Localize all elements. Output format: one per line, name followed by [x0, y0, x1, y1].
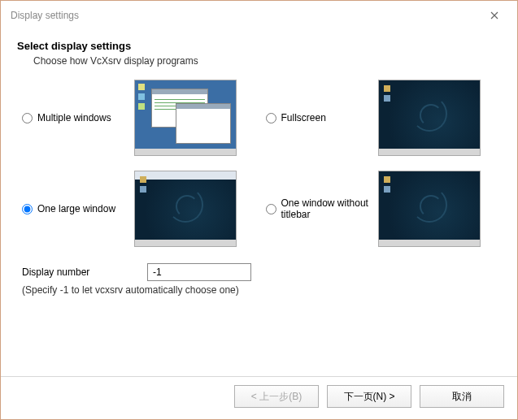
display-number-hint: (Specify -1 to let vcxsrv automatically … — [22, 284, 501, 296]
wizard-footer: < 上一步(B) 下一页(N) > 取消 — [1, 376, 517, 419]
close-icon — [490, 11, 498, 19]
display-number-input[interactable] — [147, 263, 251, 281]
radio-label-fullscreen: Fullscreen — [281, 112, 326, 123]
thumb-multiple-windows — [134, 80, 237, 156]
page-subheading: Choose how VcXsrv display programs — [33, 55, 501, 67]
page-heading: Select display settings — [17, 40, 501, 52]
display-mode-options: Multiple windows Fullscreen — [22, 80, 501, 247]
radio-label-one-large-window: One large window — [37, 203, 115, 214]
next-button[interactable]: 下一页(N) > — [327, 385, 411, 408]
titlebar: Display settings — [1, 1, 517, 30]
radio-multiple-windows[interactable]: Multiple windows — [22, 112, 128, 123]
thumb-no-titlebar — [378, 171, 481, 247]
back-button: < 上一步(B) — [234, 385, 319, 408]
option-no-titlebar: One window without titlebar — [266, 171, 502, 247]
radio-one-large-window[interactable]: One large window — [22, 203, 128, 214]
close-button[interactable] — [480, 6, 509, 25]
radio-input-multiple-windows[interactable] — [22, 113, 33, 123]
wizard-window: Display settings Select display settings… — [0, 0, 518, 420]
radio-input-no-titlebar[interactable] — [266, 204, 276, 214]
option-fullscreen: Fullscreen — [266, 80, 502, 156]
radio-fullscreen[interactable]: Fullscreen — [266, 112, 372, 123]
radio-label-multiple-windows: Multiple windows — [37, 112, 111, 123]
radio-input-one-large-window[interactable] — [22, 204, 33, 214]
display-number-row: Display number — [22, 263, 501, 281]
content-area: Select display settings Choose how VcXsr… — [1, 30, 517, 376]
radio-no-titlebar[interactable]: One window without titlebar — [266, 197, 372, 220]
display-number-label: Display number — [22, 266, 139, 278]
thumb-fullscreen — [378, 80, 481, 156]
radio-label-no-titlebar: One window without titlebar — [281, 197, 372, 220]
cancel-button[interactable]: 取消 — [420, 385, 504, 408]
window-title: Display settings — [9, 10, 79, 21]
thumb-one-large-window — [134, 171, 237, 247]
option-multiple-windows: Multiple windows — [22, 80, 258, 156]
option-one-large-window: One large window — [22, 171, 258, 247]
radio-input-fullscreen[interactable] — [266, 113, 276, 123]
